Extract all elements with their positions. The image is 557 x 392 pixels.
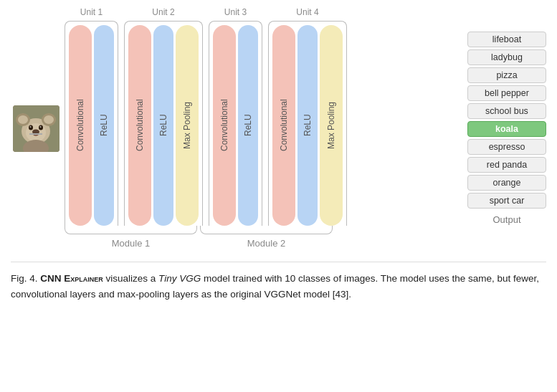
col-convolutional-u2: Convolutional [128, 25, 151, 226]
svg-point-5 [18, 115, 28, 124]
col-convolutional-u4: Convolutional [272, 25, 295, 226]
unit-label-1: Unit 1 [80, 7, 103, 17]
unit-label-2: Unit 2 [152, 7, 174, 17]
svg-point-9 [29, 125, 31, 127]
caption-area: Fig. 4. CNN Explainer visualizes a Tiny … [11, 262, 546, 302]
unit-label-4: Unit 4 [296, 7, 318, 17]
unit-3: Unit 3ConvolutionalReLU [209, 7, 262, 226]
all-units: Unit 1ConvolutionalReLUUnit 2Convolution… [65, 7, 464, 226]
svg-point-10 [39, 125, 41, 127]
module-brace-2 [200, 226, 333, 234]
unit-cols-4: ConvolutionalReLUMax Pooling [268, 21, 347, 226]
diagram-section: Input Unit 1ConvolutionalReLUUnit 2Convo… [11, 7, 546, 249]
input-image [13, 105, 59, 152]
caption-fig: Fig. 4. CNN Explainer visualizes a Tiny … [11, 273, 539, 300]
unit-cols-1: ConvolutionalReLU [65, 21, 118, 226]
unit-4: Unit 4ConvolutionalReLUMax Pooling [268, 7, 347, 226]
col-relu-u4: ReLU [297, 25, 318, 226]
module-brace-1 [65, 226, 197, 234]
svg-point-6 [44, 115, 54, 124]
module-1: Module 1 [65, 226, 197, 249]
module-label-2: Module 2 [247, 238, 285, 249]
output-item-pizza: pizza [467, 67, 546, 83]
input-arrow [29, 133, 42, 135]
koala-svg [13, 105, 59, 152]
col-relu-u3: ReLU [238, 25, 258, 226]
col-convolutional-u1: Convolutional [69, 25, 92, 226]
input-section: Input [11, 105, 61, 151]
output-item-sport-car: sport car [467, 193, 546, 209]
module-2: Module 2 [200, 226, 333, 249]
output-item-orange: orange [467, 175, 546, 191]
all-modules: Module 1Module 2 [65, 226, 464, 249]
caption-appname: CNN Explainer [40, 273, 103, 284]
output-item-red-panda: red panda [467, 157, 546, 173]
output-label: Output [467, 214, 546, 225]
output-item-bell-pepper: bell pepper [467, 85, 546, 101]
network-diagram: Input Unit 1ConvolutionalReLUUnit 2Convo… [11, 7, 546, 249]
col-relu-u2: ReLU [153, 25, 173, 226]
col-max-pooling-u2: Max Pooling [176, 25, 199, 226]
unit-1: Unit 1ConvolutionalReLU [65, 7, 118, 226]
unit-label-3: Unit 3 [224, 7, 247, 17]
col-relu-u1: ReLU [94, 25, 114, 226]
output-item-school-bus: school bus [467, 103, 546, 119]
output-items-list: lifeboatladybugpizzabell pepperschool bu… [467, 32, 546, 209]
col-convolutional-u3: Convolutional [213, 25, 236, 226]
output-section: lifeboatladybugpizzabell pepperschool bu… [467, 32, 546, 225]
module-label-1: Module 1 [112, 238, 150, 249]
output-item-ladybug: ladybug [467, 49, 546, 65]
caption-model: Tiny VGG [158, 273, 201, 284]
output-item-koala: koala [467, 121, 546, 137]
col-max-pooling-u4: Max Pooling [320, 25, 343, 226]
unit-cols-2: ConvolutionalReLUMax Pooling [124, 21, 203, 226]
output-item-espresso: espresso [467, 139, 546, 155]
units-and-modules: Unit 1ConvolutionalReLUUnit 2Convolution… [65, 7, 464, 249]
unit-2: Unit 2ConvolutionalReLUMax Pooling [124, 7, 203, 226]
output-item-lifeboat: lifeboat [467, 32, 546, 47]
unit-cols-3: ConvolutionalReLU [209, 21, 262, 226]
